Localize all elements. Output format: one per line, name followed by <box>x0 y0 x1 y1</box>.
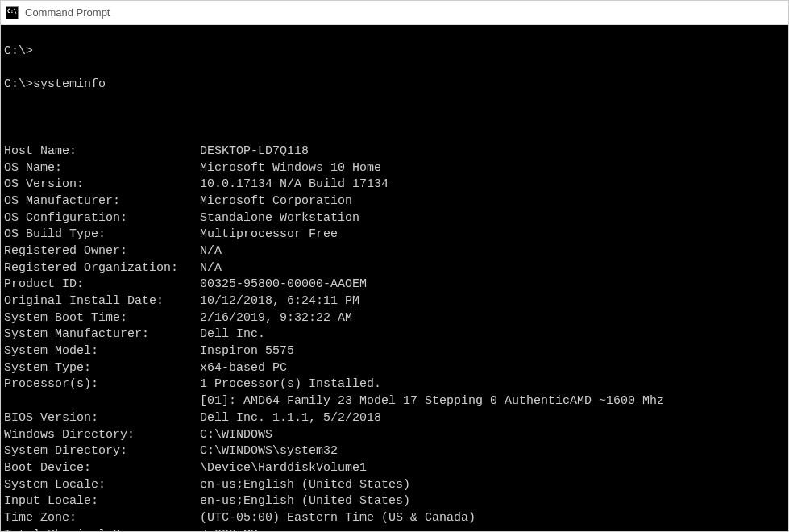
info-value: x64-based PC <box>200 361 287 375</box>
info-value: Microsoft Windows 10 Home <box>200 161 381 175</box>
info-label: System Model: <box>4 343 200 360</box>
info-label: OS Manufacturer: <box>4 193 200 210</box>
info-value: 7,828 MB <box>200 528 258 531</box>
info-label: OS Configuration: <box>4 210 200 227</box>
info-row: Input Locale:en-us;English (United State… <box>4 493 785 510</box>
info-value: DESKTOP-LD7Q118 <box>200 144 309 158</box>
info-row: Host Name:DESKTOP-LD7Q118 <box>4 143 785 160</box>
info-row: OS Configuration:Standalone Workstation <box>4 210 785 227</box>
info-value: en-us;English (United States) <box>200 494 410 508</box>
info-label: System Directory: <box>4 443 200 460</box>
command-prompt-window: C:\ Command Prompt C:\> C:\>systeminfo H… <box>0 0 789 532</box>
info-label: OS Name: <box>4 160 200 177</box>
info-row: System Directory:C:\WINDOWS\system32 <box>4 443 785 460</box>
info-value: 1 Processor(s) Installed. <box>200 377 381 391</box>
info-row: System Type:x64-based PC <box>4 360 785 377</box>
info-value: (UTC-05:00) Eastern Time (US & Canada) <box>200 511 475 525</box>
cmd-icon: C:\ <box>6 6 19 19</box>
info-row: System Boot Time:2/16/2019, 9:32:22 AM <box>4 310 785 327</box>
info-label: BIOS Version: <box>4 410 200 427</box>
info-label: Total Physical Memory: <box>4 527 200 531</box>
prompt-line-2: C:\>systeminfo <box>4 77 785 94</box>
info-value: 10.0.17134 N/A Build 17134 <box>200 177 388 191</box>
info-row: System Manufacturer:Dell Inc. <box>4 326 785 343</box>
info-row: Time Zone:(UTC-05:00) Eastern Time (US &… <box>4 510 785 527</box>
info-label: OS Build Type: <box>4 227 200 243</box>
info-label: System Type: <box>4 360 200 377</box>
info-value: Multiprocessor Free <box>200 227 338 241</box>
info-row: Total Physical Memory:7,828 MB <box>4 527 785 531</box>
info-value: en-us;English (United States) <box>200 478 410 492</box>
info-value: N/A <box>200 261 222 275</box>
blank-line <box>4 110 785 127</box>
info-label: Time Zone: <box>4 510 200 527</box>
systeminfo-output: Host Name:DESKTOP-LD7Q118OS Name:Microso… <box>4 143 785 531</box>
info-row: Original Install Date:10/12/2018, 6:24:1… <box>4 293 785 310</box>
info-label: Product ID: <box>4 276 200 293</box>
info-value: Standalone Workstation <box>200 211 359 225</box>
info-value: 10/12/2018, 6:24:11 PM <box>200 294 359 308</box>
info-value: Microsoft Corporation <box>200 194 352 208</box>
info-label: System Locale: <box>4 477 200 494</box>
info-row: OS Name:Microsoft Windows 10 Home <box>4 160 785 177</box>
info-row: [01]: AMD64 Family 23 Model 17 Stepping … <box>4 393 785 410</box>
info-value: Dell Inc. 1.1.1, 5/2/2018 <box>200 411 381 425</box>
info-row: System Locale:en-us;English (United Stat… <box>4 477 785 494</box>
titlebar[interactable]: C:\ Command Prompt <box>1 1 788 25</box>
info-value: Inspiron 5575 <box>200 344 294 358</box>
info-label: OS Version: <box>4 177 200 193</box>
cmd-icon-text: C:\ <box>7 8 16 15</box>
info-row: OS Build Type:Multiprocessor Free <box>4 227 785 243</box>
info-label: Processor(s): <box>4 376 200 393</box>
info-label: System Manufacturer: <box>4 326 200 343</box>
info-value: [01]: AMD64 Family 23 Model 17 Stepping … <box>200 394 664 408</box>
info-value: \Device\HarddiskVolume1 <box>200 461 367 475</box>
info-value: Dell Inc. <box>200 327 265 341</box>
info-label: Input Locale: <box>4 493 200 510</box>
info-row: BIOS Version:Dell Inc. 1.1.1, 5/2/2018 <box>4 410 785 427</box>
info-value: 00325-95800-00000-AAOEM <box>200 277 367 291</box>
window-title: Command Prompt <box>25 6 110 19</box>
info-label: System Boot Time: <box>4 310 200 327</box>
info-value: C:\WINDOWS\system32 <box>200 444 338 458</box>
info-row: System Model:Inspiron 5575 <box>4 343 785 360</box>
info-value: C:\WINDOWS <box>200 428 272 442</box>
info-label: Original Install Date: <box>4 293 200 310</box>
info-label: Registered Owner: <box>4 243 200 260</box>
terminal-area[interactable]: C:\> C:\>systeminfo Host Name:DESKTOP-LD… <box>1 25 788 531</box>
info-row: Registered Owner:N/A <box>4 243 785 260</box>
info-row: OS Manufacturer:Microsoft Corporation <box>4 193 785 210</box>
info-row: Boot Device:\Device\HarddiskVolume1 <box>4 460 785 477</box>
info-value: N/A <box>200 244 222 258</box>
info-label: Registered Organization: <box>4 260 200 277</box>
info-row: Registered Organization:N/A <box>4 260 785 277</box>
info-label: Windows Directory: <box>4 427 200 444</box>
info-row: OS Version:10.0.17134 N/A Build 17134 <box>4 177 785 193</box>
info-row: Processor(s):1 Processor(s) Installed. <box>4 376 785 393</box>
info-row: Windows Directory:C:\WINDOWS <box>4 427 785 444</box>
info-label: Host Name: <box>4 143 200 160</box>
info-value: 2/16/2019, 9:32:22 AM <box>200 311 352 325</box>
info-row: Product ID:00325-95800-00000-AAOEM <box>4 276 785 293</box>
info-label: Boot Device: <box>4 460 200 477</box>
prompt-line-1: C:\> <box>4 44 785 60</box>
